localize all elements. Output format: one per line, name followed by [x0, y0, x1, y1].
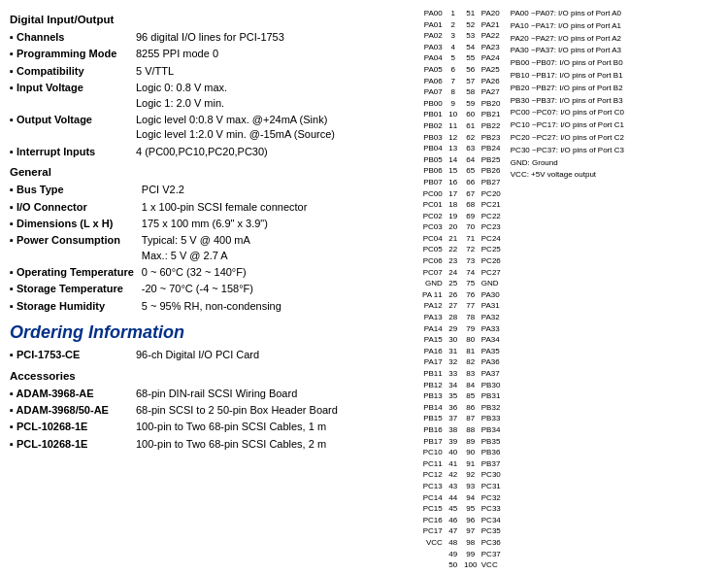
- accessory-desc: 68-pin SCSI to 2 50-pin Box Header Board: [136, 402, 408, 419]
- left-pin-labels: PA00 PA01 PA02 PA03 PA04 PA05 PA06 PA07 …: [422, 8, 443, 549]
- accessory-row: PCL-10268-1E 100-pin to Two 68-pin SCSI …: [10, 436, 408, 453]
- section-ordering: Ordering Information PCI-1753-CE 96-ch D…: [10, 322, 408, 363]
- ordering-part: PCI-1753-CE: [10, 347, 136, 363]
- accessory-part: ADAM-3968/50-AE: [10, 402, 136, 419]
- spec-label: Compatibility: [10, 63, 136, 80]
- accessory-desc: 68-pin DIN-rail SCSI Wiring Board: [136, 386, 408, 402]
- ordering-table: PCI-1753-CE 96-ch Digital I/O PCI Card: [10, 347, 408, 363]
- spec-value: 4 (PC00,PC10,PC20,PC30): [136, 144, 408, 160]
- legend-line: PC10 ~PC17: I/O pins of Port C1: [511, 119, 624, 132]
- legend-line: PC20 ~PC27: I/O pins of Port C2: [511, 132, 624, 145]
- legend-line: VCC: +5V voltage output: [511, 169, 624, 182]
- accessory-row: ADAM-3968-AE 68-pin DIN-rail SCSI Wiring…: [10, 386, 408, 402]
- accessories-table: ADAM-3968-AE 68-pin DIN-rail SCSI Wiring…: [10, 386, 408, 454]
- spec-value: 0 ~ 60°C (32 ~ 140°F): [142, 264, 408, 281]
- legend-line: PB10 ~PB17: I/O pins of Port B1: [511, 70, 624, 83]
- general-header: General: [10, 166, 408, 178]
- legend-line: PB20 ~PB27: I/O pins of Port B2: [511, 83, 624, 95]
- spec-label: Output Voltage: [10, 112, 136, 144]
- accessory-part: PCL-10268-1E: [10, 419, 136, 435]
- spec-label: Storage Temperature: [10, 281, 142, 297]
- digital-io-header: Digital Input/Output: [10, 14, 408, 25]
- ordering-row: PCI-1753-CE 96-ch Digital I/O PCI Card: [10, 347, 408, 363]
- legend-line: PA30 ~PA37: I/O pins of Port A3: [511, 45, 624, 57]
- spec-label: Storage Humidity: [10, 298, 142, 315]
- ordering-header: Ordering Information: [10, 322, 408, 343]
- pin-legend: PA00 ~PA07: I/O pins of Port A0 PA10 ~PA…: [511, 8, 624, 182]
- spec-label: Input Voltage: [10, 80, 136, 112]
- spec-value: Typical: 5 V @ 400 mAMax.: 5 V @ 2.7 A: [142, 232, 408, 264]
- accessory-part: PCL-10268-1E: [10, 436, 136, 453]
- legend-line: PB30 ~PB37: I/O pins of Port B3: [511, 95, 624, 108]
- accessory-desc: 100-pin to Two 68-pin SCSI Cables, 1 m: [136, 419, 408, 435]
- spec-value: 5 V/TTL: [136, 63, 408, 80]
- legend-line: PA10 ~PA17: I/O pins of Port A1: [511, 20, 624, 33]
- accessory-desc: 100-pin to Two 68-pin SCSI Cables, 2 m: [136, 436, 408, 453]
- spec-row: Storage Humidity 5 ~ 95% RH, non-condens…: [10, 298, 408, 315]
- pin-diagram-area: PA00 PA01 PA02 PA03 PA04 PA05 PA06 PA07 …: [417, 8, 718, 571]
- spec-row: Input Voltage Logic 0: 0.8 V max.Logic 1…: [10, 80, 408, 112]
- general-table: Bus Type PCI V2.2 I/O Connector 1 x 100-…: [10, 182, 408, 315]
- right-pin-labels: PA20 PA21 PA22 PA23 PA24 PA25 PA26 PA27 …: [481, 8, 501, 571]
- spec-label: I/O Connector: [10, 199, 142, 216]
- spec-label: Programming Mode: [10, 46, 136, 62]
- left-pin-numbers: 1 2 3 4 5 6 7 8 9 10 11 12 13 14 15 16 1…: [447, 8, 460, 571]
- section-general: General Bus Type PCI V2.2 I/O Connector …: [10, 166, 408, 315]
- spec-row: I/O Connector 1 x 100-pin SCSI female co…: [10, 199, 408, 216]
- spec-label: Bus Type: [10, 182, 142, 198]
- spec-row: Interrupt Inputs 4 (PC00,PC10,PC20,PC30): [10, 144, 408, 160]
- spec-row: Storage Temperature -20 ~ 70°C (-4 ~ 158…: [10, 281, 408, 297]
- spec-value: 8255 PPI mode 0: [136, 46, 408, 62]
- spec-value: 1 x 100-pin SCSI female connector: [142, 199, 408, 216]
- spec-label: Interrupt Inputs: [10, 144, 136, 160]
- legend-line: PB00 ~PB07: I/O pins of Port B0: [511, 57, 624, 70]
- spec-value: Logic 0: 0.8 V max.Logic 1: 2.0 V min.: [136, 80, 408, 112]
- spec-row: Compatibility 5 V/TTL: [10, 63, 408, 80]
- spec-value: 175 x 100 mm (6.9" x 3.9"): [142, 216, 408, 232]
- spec-label: Channels: [10, 29, 136, 46]
- accessory-row: PCL-10268-1E 100-pin to Two 68-pin SCSI …: [10, 419, 408, 435]
- spec-value: Logic level 0:0.8 V max. @+24mA (Sink)Lo…: [136, 112, 408, 144]
- spec-row: Output Voltage Logic level 0:0.8 V max. …: [10, 112, 408, 144]
- spec-label: Dimensions (L x H): [10, 216, 142, 232]
- spec-row: Power Consumption Typical: 5 V @ 400 mAM…: [10, 232, 408, 264]
- legend-line: PA00 ~PA07: I/O pins of Port A0: [511, 8, 624, 20]
- legend-line: GND: Ground: [511, 157, 624, 170]
- pin-diagram-container: PA00 PA01 PA02 PA03 PA04 PA05 PA06 PA07 …: [422, 8, 718, 571]
- legend-line: PA20 ~PA27: I/O pins of Port A2: [511, 33, 624, 46]
- spec-value: 5 ~ 95% RH, non-condensing: [142, 298, 408, 315]
- legend-line: PC30 ~PC37: I/O pins of Port C3: [511, 145, 624, 157]
- spec-label: Power Consumption: [10, 232, 142, 264]
- section-digital-io: Digital Input/Output Channels 96 digital…: [10, 14, 408, 160]
- spec-row: Programming Mode 8255 PPI mode 0: [10, 46, 408, 62]
- section-accessories: Accessories ADAM-3968-AE 68-pin DIN-rail…: [10, 370, 408, 454]
- accessories-header: Accessories: [10, 370, 408, 382]
- spec-row: Bus Type PCI V2.2: [10, 182, 408, 198]
- spec-row: Channels 96 digital I/O lines for PCI-17…: [10, 29, 408, 46]
- spec-row: Dimensions (L x H) 175 x 100 mm (6.9" x …: [10, 216, 408, 232]
- spec-value: -20 ~ 70°C (-4 ~ 158°F): [142, 281, 408, 297]
- ordering-desc: 96-ch Digital I/O PCI Card: [136, 347, 408, 363]
- accessory-part: ADAM-3968-AE: [10, 386, 136, 402]
- digital-io-table: Channels 96 digital I/O lines for PCI-17…: [10, 29, 408, 160]
- accessory-row: ADAM-3968/50-AE 68-pin SCSI to 2 50-pin …: [10, 402, 408, 419]
- spec-value: PCI V2.2: [142, 182, 408, 198]
- right-pin-numbers: 51 52 53 54 55 56 57 58 59 60 61 62 63 6…: [464, 8, 478, 571]
- legend-line: PC00 ~PC07: I/O pins of Port C0: [511, 107, 624, 119]
- spec-label: Operating Temperature: [10, 264, 142, 281]
- spec-row: Operating Temperature 0 ~ 60°C (32 ~ 140…: [10, 264, 408, 281]
- spec-value: 96 digital I/O lines for PCI-1753: [136, 29, 408, 46]
